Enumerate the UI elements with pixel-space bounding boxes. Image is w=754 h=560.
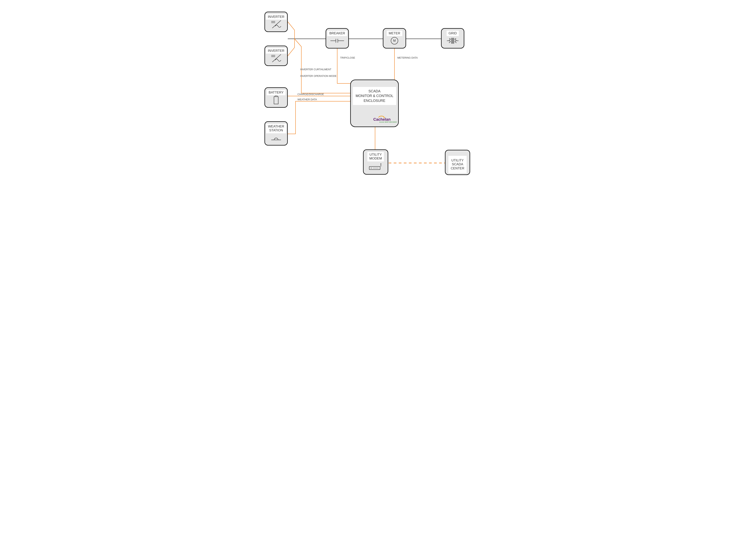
- wire-weather-scada: [288, 101, 350, 134]
- edge-label-metering: METERING DATA: [398, 56, 418, 60]
- meter-label: METER: [387, 31, 402, 36]
- svg-text:M: M: [393, 39, 395, 42]
- wire-breaker-scada: [337, 48, 356, 83]
- edge-label-trip-close: TRIP/CLOSE: [340, 56, 355, 60]
- scada-title: SCADA MONITOR & CONTROL ENCLOSURE: [353, 87, 396, 105]
- inverter-icon: [265, 20, 287, 29]
- transformer-icon: [442, 36, 464, 46]
- brand-logo: Cachelan ■ ■ ■ ■ SMART GRID ENERGY: [373, 116, 395, 124]
- node-breaker: BREAKER: [326, 28, 349, 48]
- node-weather-station: WEATHER STATION: [264, 121, 288, 145]
- breaker-label: BREAKER: [327, 31, 347, 36]
- modem-label-line2: MODEM: [369, 157, 382, 160]
- node-meter: METER M: [383, 28, 406, 48]
- center-label: UTILITY SCADA CENTER: [448, 156, 467, 173]
- breaker-icon: [326, 36, 348, 46]
- center-label-line1: UTILITY: [451, 159, 464, 162]
- battery-icon: [265, 95, 287, 105]
- node-scada-enclosure: SCADA MONITOR & CONTROL ENCLOSURE Cachel…: [350, 80, 399, 127]
- meter-icon: M: [383, 36, 406, 46]
- weather-label-line2: STATION: [269, 128, 283, 132]
- svg-text:SMART GRID ENERGY: SMART GRID ENERGY: [385, 121, 398, 123]
- node-utility-modem: UTILITY MODEM: [363, 149, 388, 175]
- diagram-canvas: INVERTER INVERTER BREAKER: [251, 0, 503, 194]
- edge-label-weather: WEATHER DATA: [298, 98, 317, 101]
- svg-text:Cachelan: Cachelan: [373, 117, 391, 121]
- center-label-line2: SCADA: [452, 162, 463, 166]
- node-inverter-1: INVERTER: [264, 12, 288, 32]
- svg-point-26: [371, 168, 371, 168]
- modem-label-line1: UTILITY: [369, 153, 382, 156]
- edge-label-inverter-ops: INVERTER CURTAILMENT INVERTER OPERATION …: [298, 65, 337, 81]
- node-battery: BATTERY: [264, 87, 288, 108]
- wire-inverter-fanout: [288, 22, 294, 56]
- inverter-1-label: INVERTER: [266, 14, 286, 20]
- svg-text:■ ■ ■ ■: ■ ■ ■ ■: [380, 121, 384, 123]
- grid-label: GRID: [447, 31, 459, 36]
- node-grid: GRID: [441, 28, 464, 48]
- inverter-icon: [265, 54, 287, 63]
- scada-title-line2: MONITOR & CONTROL: [356, 94, 393, 98]
- node-utility-scada-center: UTILITY SCADA CENTER: [445, 150, 470, 175]
- inverter-2-label: INVERTER: [266, 48, 286, 54]
- node-inverter-2: INVERTER: [264, 46, 288, 66]
- scada-title-line3: ENCLOSURE: [364, 99, 385, 103]
- battery-label: BATTERY: [267, 90, 286, 95]
- center-label-line3: CENTER: [451, 166, 464, 170]
- edge-label-battery: CHARGE/DISCHARGE: [298, 93, 324, 96]
- scada-title-line1: SCADA: [368, 89, 381, 93]
- modem-label: UTILITY MODEM: [367, 152, 384, 161]
- weather-label: WEATHER STATION: [266, 124, 286, 133]
- svg-point-29: [381, 163, 381, 164]
- svg-rect-19: [274, 97, 278, 104]
- modem-icon: [364, 162, 388, 172]
- weather-label-line1: WEATHER: [268, 124, 284, 128]
- weather-icon: [265, 133, 287, 143]
